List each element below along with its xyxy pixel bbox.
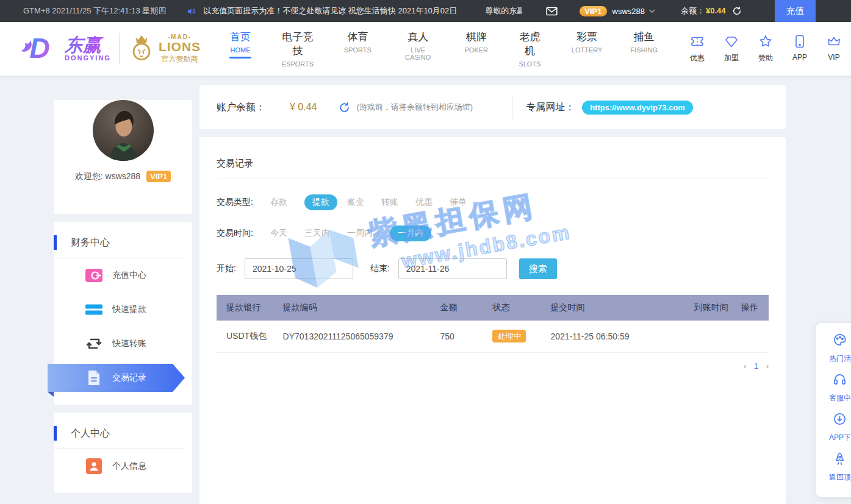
nav-item-sponsorship[interactable]: 赞助 xyxy=(749,34,783,63)
vip-badge: VIP1 xyxy=(580,6,606,16)
end-date-input[interactable] xyxy=(398,258,507,279)
speaker-icon xyxy=(187,7,196,16)
cell-code: DY701320211125065059379 xyxy=(283,321,440,352)
cell-status: 处理中 xyxy=(492,321,550,352)
sidebar-item-recharge-center[interactable]: 充值中心 xyxy=(54,258,192,293)
page-title: 交易记录 xyxy=(217,137,769,169)
divider xyxy=(512,96,512,119)
rocket-icon xyxy=(833,452,851,468)
time-option-month[interactable]: 一月内 xyxy=(390,225,431,241)
download-icon xyxy=(833,412,851,428)
status-badge: 处理中 xyxy=(492,330,526,343)
sidebar-item-quick-withdraw[interactable]: 快速提款 xyxy=(54,293,192,327)
app-download-button[interactable]: APP下载 xyxy=(816,412,851,443)
col-arrive-time: 到账时间 xyxy=(694,295,741,321)
nav-item-promotions[interactable]: 优惠 xyxy=(680,34,714,63)
ribbon-fold xyxy=(48,392,54,397)
type-option-reminder[interactable]: 催单 xyxy=(450,197,467,208)
nav-item-live-casino[interactable]: 真人 LIVE CASINO xyxy=(386,30,451,68)
brand-name-en: DONGYING xyxy=(65,54,111,62)
table-row: USDT钱包 DY701320211125065059379 750 处理中 2… xyxy=(217,321,769,352)
back-to-top-button[interactable]: 返回顶部 xyxy=(816,452,851,483)
account-balance-label: 账户余额： xyxy=(217,101,265,114)
nav-item-lottery[interactable]: 彩票 LOTTERY xyxy=(558,30,617,68)
time-option-3days[interactable]: 三天内 xyxy=(304,228,330,239)
nav-item-home[interactable]: 首页 HOME xyxy=(215,30,265,68)
type-option-deposit[interactable]: 存款 xyxy=(270,197,287,208)
next-page-button[interactable]: › xyxy=(766,361,769,371)
account-balance-value: ¥ 0.44 xyxy=(290,102,317,113)
sidebar-item-transaction-records-wrap: 交易记录 xyxy=(54,361,192,395)
ticket-icon xyxy=(690,40,705,51)
cell-submit-time: 2021-11-25 06:50:59 xyxy=(551,321,694,352)
type-filter-label: 交易类型: xyxy=(217,197,270,208)
nav-item-sports[interactable]: 体育 SPORTS xyxy=(330,30,386,68)
welcome-label: 欢迎您: xyxy=(75,171,103,181)
col-withdraw-code: 提款编码 xyxy=(283,295,440,321)
mail-icon[interactable] xyxy=(546,7,558,16)
nav-item-vip[interactable]: VIP xyxy=(817,34,851,63)
col-status: 状态 xyxy=(492,295,550,321)
time-filter-label: 交易时间: xyxy=(217,228,270,239)
username-menu[interactable]: wsws288 xyxy=(612,7,645,16)
sidebar: 欢迎您: wsws288 VIP1 财务中心 充值中心 快速提款 xyxy=(54,85,192,493)
announcement-text-2: 尊敬的东赢 xyxy=(485,5,522,16)
time-option-today[interactable]: 今天 xyxy=(270,228,287,239)
diamond-icon xyxy=(724,40,739,51)
brand-name-cn: 东赢 xyxy=(65,36,111,54)
table-header-row: 提款银行 提款编码 金额 状态 提交时间 到账时间 操作 xyxy=(217,295,769,321)
sidebar-item-quick-transfer[interactable]: 快速转账 xyxy=(54,327,192,361)
palette-icon xyxy=(833,333,851,349)
finance-menu-card: 财务中心 充值中心 快速提款 快速转账 xyxy=(54,222,192,405)
sidebar-username: wsws288 xyxy=(106,171,141,181)
site-logo[interactable]: D 东赢 DONGYING -MAD- LIONS 官方赞助商 xyxy=(17,30,201,67)
type-option-withdraw[interactable]: 提款 xyxy=(304,194,337,210)
search-button[interactable]: 搜索 xyxy=(519,258,557,279)
hot-activities-button[interactable]: 热门活动 xyxy=(816,333,851,364)
date-range-row: 开始: 结束: 搜索 xyxy=(217,258,769,279)
page-number[interactable]: 1 xyxy=(754,361,758,371)
vip-badge: VIP1 xyxy=(146,171,171,182)
chevron-down-icon[interactable] xyxy=(649,7,655,15)
pagination: ‹ 1 › xyxy=(217,361,769,371)
nav-item-affiliate[interactable]: 加盟 xyxy=(714,34,749,63)
quick-access-panel: 热门活动 客服中心 APP下载 返回顶部 xyxy=(816,323,851,497)
exclusive-url-label: 专属网址： xyxy=(526,101,575,114)
withdraw-card-icon xyxy=(85,303,102,316)
recharge-button[interactable]: 充值 xyxy=(775,0,816,22)
nav-item-esports[interactable]: 电子竞技 ESPORTS xyxy=(265,30,330,68)
sidebar-item-transaction-records[interactable]: 交易记录 xyxy=(48,364,185,392)
nav-item-app[interactable]: APP xyxy=(783,34,817,63)
start-date-input[interactable] xyxy=(245,258,353,279)
announcement-text: 以充值页面提示为准！不便之处敬请见谅 祝您生活愉快 2021年10月02日 xyxy=(203,5,457,16)
transactions-table: 提款银行 提款编码 金额 状态 提交时间 到账时间 操作 USDT钱包 DY70… xyxy=(217,295,769,353)
type-option-promo[interactable]: 优惠 xyxy=(415,197,433,208)
sidebar-item-personal-info[interactable]: 个人信息 xyxy=(54,449,192,483)
start-date-label: 开始: xyxy=(217,263,236,274)
cell-arrive-time xyxy=(694,321,741,352)
section-title-finance: 财务中心 xyxy=(54,222,192,258)
page-content: 紫黑担保网 www.jhdb8.com 欢迎您: wsws288 VIP1 xyxy=(0,76,851,504)
cell-action xyxy=(741,321,769,352)
navbar: D 东赢 DONGYING -MAD- LIONS 官方赞助商 xyxy=(0,22,851,76)
nav-item-poker[interactable]: 棋牌 POKER xyxy=(451,30,503,68)
phone-icon xyxy=(792,40,807,51)
customer-service-button[interactable]: 客服中心 xyxy=(816,372,851,403)
end-date-label: 结束: xyxy=(370,263,390,274)
nav-item-slots[interactable]: 老虎机 SLOTS xyxy=(502,30,558,68)
star-icon xyxy=(758,40,773,51)
person-icon xyxy=(85,458,102,474)
type-option-account-change[interactable]: 账变 xyxy=(347,197,364,208)
svg-text:D: D xyxy=(29,32,49,64)
recharge-card-icon xyxy=(85,269,102,282)
prev-page-button[interactable]: ‹ xyxy=(744,361,746,371)
exclusive-url-badge[interactable]: https://www.dyvip73.com xyxy=(582,101,693,115)
balance-label: 余额： xyxy=(681,6,705,15)
sponsor-name: LIONS xyxy=(159,40,201,53)
sponsor-subtitle: 官方赞助商 xyxy=(159,54,201,65)
refresh-balance-icon[interactable] xyxy=(339,102,350,113)
nav-item-fishing[interactable]: 捕鱼 FISHING xyxy=(616,30,672,68)
time-option-week[interactable]: 一周内 xyxy=(347,228,373,239)
refresh-icon[interactable] xyxy=(732,6,742,16)
type-option-transfer[interactable]: 转账 xyxy=(381,197,398,208)
